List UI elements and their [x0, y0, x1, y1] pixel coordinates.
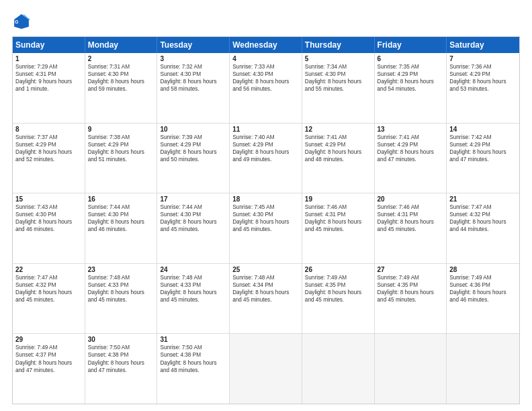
day-cell-7: 7 Sunrise: 7:36 AM Sunset: 4:29 PM Dayli… — [447, 53, 519, 123]
sunrise-line: Sunrise: 7:33 AM — [232, 63, 299, 71]
daylight-line2: and 55 minutes. — [305, 85, 371, 93]
header-day-friday: Friday — [375, 37, 447, 53]
daylight-line2: and 45 minutes. — [160, 296, 226, 304]
day-number: 30 — [88, 336, 154, 343]
daylight-line2: and 46 minutes. — [449, 296, 517, 304]
day-number: 18 — [232, 195, 299, 203]
sunrise-line: Sunrise: 7:48 AM — [160, 274, 226, 281]
day-number: 12 — [305, 126, 371, 133]
sunrise-line: Sunrise: 7:40 AM — [232, 134, 299, 141]
empty-cell-4-5 — [375, 334, 447, 404]
sunset-line: Sunset: 4:35 PM — [378, 281, 444, 289]
daylight-line2: and 47 minutes. — [15, 367, 82, 374]
daylight-line2: and 51 minutes. — [88, 156, 154, 163]
daylight-line1: Daylight: 8 hours hours — [449, 218, 517, 226]
sunset-line: Sunset: 4:37 PM — [15, 351, 82, 359]
sunrise-line: Sunrise: 7:45 AM — [232, 203, 299, 211]
daylight-line1: Daylight: 8 hours hours — [232, 78, 299, 85]
daylight-line2: and 58 minutes. — [160, 85, 226, 93]
day-cell-23: 23 Sunrise: 7:48 AM Sunset: 4:33 PM Dayl… — [85, 264, 158, 334]
daylight-line2: and 45 minutes. — [88, 296, 154, 304]
sunrise-line: Sunrise: 7:38 AM — [88, 134, 154, 141]
daylight-line2: and 47 minutes. — [88, 367, 154, 374]
day-cell-5: 5 Sunrise: 7:34 AM Sunset: 4:30 PM Dayli… — [302, 53, 375, 123]
daylight-line1: Daylight: 8 hours hours — [88, 78, 154, 85]
sunrise-line: Sunrise: 7:35 AM — [378, 63, 444, 71]
day-cell-17: 17 Sunrise: 7:44 AM Sunset: 4:30 PM Dayl… — [157, 193, 230, 263]
daylight-line2: and 1 minute. — [15, 85, 82, 93]
day-number: 21 — [449, 195, 517, 203]
daylight-line2: and 52 minutes. — [15, 156, 82, 163]
sunset-line: Sunset: 4:29 PM — [88, 141, 154, 148]
daylight-line1: Daylight: 8 hours hours — [15, 148, 82, 156]
sunrise-line: Sunrise: 7:34 AM — [305, 63, 371, 71]
day-cell-3: 3 Sunrise: 7:32 AM Sunset: 4:30 PM Dayli… — [157, 53, 230, 123]
daylight-line1: Daylight: 8 hours hours — [160, 359, 226, 367]
daylight-line2: and 47 minutes. — [449, 156, 517, 163]
daylight-line2: and 45 minutes. — [378, 296, 444, 304]
daylight-line1: Daylight: 8 hours hours — [305, 289, 371, 296]
day-number: 13 — [378, 126, 444, 133]
day-cell-12: 12 Sunrise: 7:41 AM Sunset: 4:29 PM Dayl… — [302, 124, 375, 193]
sunrise-line: Sunrise: 7:49 AM — [378, 274, 444, 281]
day-number: 3 — [160, 55, 226, 62]
day-cell-28: 28 Sunrise: 7:49 AM Sunset: 4:36 PM Dayl… — [447, 264, 519, 334]
day-cell-22: 22 Sunrise: 7:47 AM Sunset: 4:32 PM Dayl… — [13, 264, 85, 334]
daylight-line1: Daylight: 8 hours hours — [232, 148, 299, 156]
daylight-line1: Daylight: 9 hours hours — [15, 78, 82, 85]
day-cell-21: 21 Sunrise: 7:47 AM Sunset: 4:32 PM Dayl… — [447, 193, 519, 263]
sunset-line: Sunset: 4:29 PM — [15, 141, 82, 148]
daylight-line2: and 45 minutes. — [378, 226, 444, 233]
sunrise-line: Sunrise: 7:31 AM — [88, 63, 154, 71]
daylight-line2: and 53 minutes. — [449, 85, 517, 93]
sunset-line: Sunset: 4:30 PM — [15, 211, 82, 218]
sunrise-line: Sunrise: 7:47 AM — [449, 203, 517, 211]
day-number: 16 — [88, 195, 154, 203]
sunset-line: Sunset: 4:30 PM — [305, 71, 371, 78]
day-cell-16: 16 Sunrise: 7:44 AM Sunset: 4:30 PM Dayl… — [85, 193, 158, 263]
daylight-line2: and 46 minutes. — [88, 226, 154, 233]
week-row-2: 8 Sunrise: 7:37 AM Sunset: 4:29 PM Dayli… — [13, 123, 519, 193]
daylight-line1: Daylight: 8 hours hours — [232, 289, 299, 296]
sunset-line: Sunset: 4:30 PM — [160, 71, 226, 78]
calendar-body: 1 Sunrise: 7:29 AM Sunset: 4:31 PM Dayli… — [13, 53, 519, 404]
day-cell-4: 4 Sunrise: 7:33 AM Sunset: 4:30 PM Dayli… — [230, 53, 302, 123]
sunrise-line: Sunrise: 7:46 AM — [305, 203, 371, 211]
daylight-line1: Daylight: 8 hours hours — [15, 359, 82, 367]
day-number: 22 — [15, 266, 82, 273]
sunrise-line: Sunrise: 7:49 AM — [15, 344, 82, 351]
daylight-line2: and 50 minutes. — [160, 156, 226, 163]
empty-cell-4-4 — [302, 334, 375, 404]
day-number: 20 — [378, 195, 444, 203]
week-row-5: 29 Sunrise: 7:49 AM Sunset: 4:37 PM Dayl… — [13, 333, 519, 404]
day-cell-2: 2 Sunrise: 7:31 AM Sunset: 4:30 PM Dayli… — [85, 53, 158, 123]
sunset-line: Sunset: 4:32 PM — [449, 211, 517, 218]
daylight-line1: Daylight: 8 hours hours — [305, 78, 371, 85]
day-cell-27: 27 Sunrise: 7:49 AM Sunset: 4:35 PM Dayl… — [375, 264, 447, 334]
sunrise-line: Sunrise: 7:41 AM — [305, 134, 371, 141]
day-cell-11: 11 Sunrise: 7:40 AM Sunset: 4:29 PM Dayl… — [230, 124, 302, 193]
daylight-line1: Daylight: 8 hours hours — [449, 289, 517, 296]
daylight-line1: Daylight: 8 hours hours — [232, 218, 299, 226]
sunset-line: Sunset: 4:30 PM — [88, 211, 154, 218]
daylight-line1: Daylight: 8 hours hours — [15, 289, 82, 296]
header-day-sunday: Sunday — [13, 37, 85, 53]
day-cell-6: 6 Sunrise: 7:35 AM Sunset: 4:29 PM Dayli… — [375, 53, 447, 123]
daylight-line2: and 45 minutes. — [305, 226, 371, 233]
day-cell-8: 8 Sunrise: 7:37 AM Sunset: 4:29 PM Dayli… — [13, 124, 85, 193]
header-day-thursday: Thursday — [302, 37, 375, 53]
week-row-1: 1 Sunrise: 7:29 AM Sunset: 4:31 PM Dayli… — [13, 53, 519, 123]
daylight-line1: Daylight: 8 hours hours — [160, 289, 226, 296]
daylight-line2: and 49 minutes. — [232, 156, 299, 163]
daylight-line2: and 45 minutes. — [15, 296, 82, 304]
sunset-line: Sunset: 4:29 PM — [449, 71, 517, 78]
sunset-line: Sunset: 4:32 PM — [15, 281, 82, 289]
header-day-monday: Monday — [85, 37, 158, 53]
sunrise-line: Sunrise: 7:32 AM — [160, 63, 226, 71]
daylight-line1: Daylight: 8 hours hours — [160, 78, 226, 85]
day-number: 10 — [160, 126, 226, 133]
sunset-line: Sunset: 4:30 PM — [160, 211, 226, 218]
header-day-tuesday: Tuesday — [157, 37, 230, 53]
daylight-line1: Daylight: 8 hours hours — [88, 359, 154, 367]
sunrise-line: Sunrise: 7:44 AM — [160, 203, 226, 211]
